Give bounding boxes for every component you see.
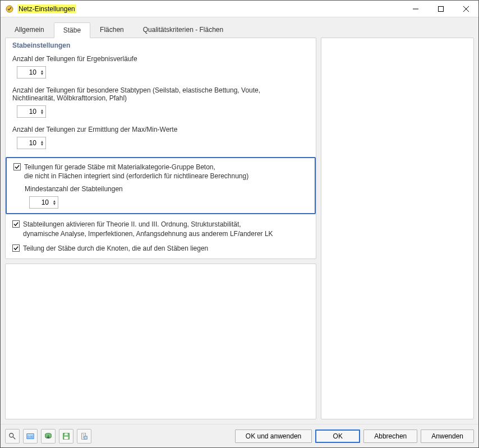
document-icon: [80, 432, 88, 440]
spinner-arrows-icon[interactable]: ▲▼: [39, 67, 45, 78]
svg-rect-17: [84, 436, 87, 439]
panel-title: Stabeinstellungen: [12, 41, 310, 49]
svg-text:0,00: 0,00: [27, 435, 33, 438]
save-icon: [62, 432, 70, 440]
div-results-spinner[interactable]: 10 ▲▼: [17, 66, 46, 78]
tab-stabe[interactable]: Stäbe: [54, 22, 90, 38]
chk-concrete[interactable]: [13, 163, 21, 170]
chk-nodes[interactable]: [12, 244, 20, 252]
chk-activate-label: Stabteilungen aktivieren für Theorie II.…: [23, 220, 273, 238]
app-icon: [4, 3, 15, 15]
svg-point-5: [10, 433, 13, 437]
titlebar: Netz-Einstellungen: [1, 1, 478, 17]
div-maxmin-spinner[interactable]: 10 ▲▼: [17, 137, 46, 149]
svg-rect-12: [65, 436, 68, 438]
min-div-spinner[interactable]: 10 ▲▼: [29, 196, 58, 209]
database-in-icon: [44, 432, 52, 440]
tab-flachen[interactable]: Flächen: [90, 22, 133, 38]
highlighted-section: Teilungen für gerade Stäbe mit Materialk…: [6, 157, 316, 214]
content-area: Allgemein Stäbe Flächen Qualitätskriteri…: [1, 17, 478, 424]
chk-concrete-label: Teilungen für gerade Stäbe mit Materialk…: [24, 163, 248, 181]
tab-allgemein[interactable]: Allgemein: [5, 22, 54, 38]
apply-button[interactable]: Anwenden: [421, 429, 474, 443]
tab-bar: Allgemein Stäbe Flächen Qualitätskriteri…: [5, 22, 474, 38]
chk-activate[interactable]: [12, 220, 20, 228]
div-special-label: Anzahl der Teilungen für besondere Stabt…: [12, 86, 298, 102]
window-title: Netz-Einstellungen: [17, 4, 76, 13]
export-button[interactable]: [59, 429, 73, 444]
spinner-arrows-icon[interactable]: ▲▼: [39, 106, 45, 117]
div-maxmin-label: Anzahl der Teilungen zur Ermittlung der …: [12, 126, 310, 133]
tab-qualitatskriterien[interactable]: Qualitätskriterien - Flächen: [133, 22, 233, 38]
min-div-value: 10: [30, 198, 51, 206]
units-icon: 0,00: [26, 432, 34, 440]
maximize-button[interactable]: [428, 1, 453, 17]
cancel-button[interactable]: Abbrechen: [363, 429, 417, 443]
div-results-label: Anzahl der Teilungen für Ergebnisverläuf…: [12, 55, 310, 63]
import-button[interactable]: [41, 429, 56, 444]
chk-nodes-label: Teilung der Stäbe durch die Knoten, die …: [23, 244, 208, 253]
help-button[interactable]: [5, 429, 20, 444]
svg-line-6: [13, 436, 15, 438]
ok-apply-button[interactable]: OK und anwenden: [235, 429, 312, 443]
close-button[interactable]: [453, 1, 478, 17]
div-results-value: 10: [17, 68, 39, 76]
svg-rect-2: [438, 6, 443, 11]
spinner-arrows-icon[interactable]: ▲▼: [39, 137, 45, 149]
svg-rect-11: [65, 433, 67, 435]
minimize-button[interactable]: [403, 1, 428, 17]
dialog-window: Netz-Einstellungen Allgemein Stäbe Fläch…: [0, 0, 479, 448]
min-div-label: Mindestanzahl der Stabteilungen: [25, 185, 309, 193]
footer: 0,00 OK: [1, 424, 478, 447]
reset-button[interactable]: [77, 429, 91, 444]
magnifier-icon: [8, 432, 16, 440]
ok-button[interactable]: OK: [315, 429, 360, 443]
div-special-spinner[interactable]: 10 ▲▼: [17, 105, 46, 118]
spinner-arrows-icon[interactable]: ▲▼: [51, 197, 58, 208]
right-empty-panel: [321, 38, 474, 419]
stabeinstellungen-panel: Stabeinstellungen Anzahl der Teilungen f…: [5, 38, 316, 259]
lower-empty-panel: [5, 264, 316, 419]
div-special-value: 10: [17, 108, 39, 116]
units-button[interactable]: 0,00: [23, 429, 38, 444]
div-maxmin-value: 10: [17, 139, 39, 147]
